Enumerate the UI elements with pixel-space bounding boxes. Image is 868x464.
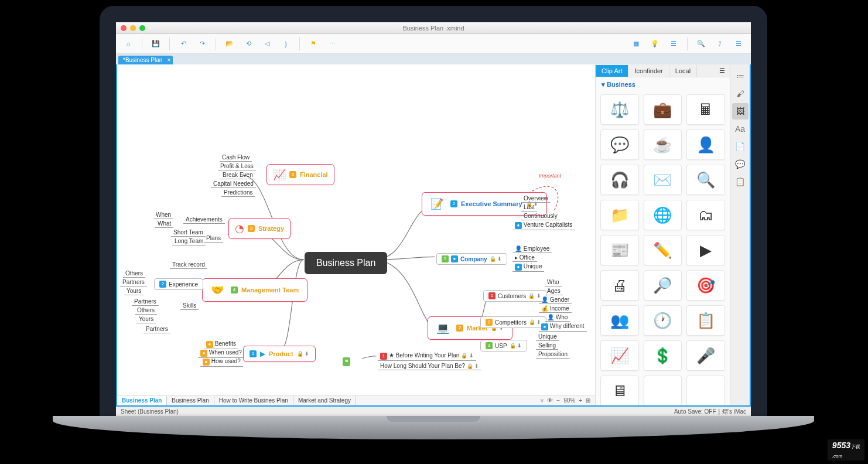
leaf[interactable]: ● Why different [539, 322, 587, 332]
sheet-tab[interactable]: Business Plan [167, 396, 214, 405]
leaf[interactable]: Unique [536, 333, 559, 341]
present-button[interactable]: ▦ [628, 36, 644, 52]
node-usp[interactable]: 3USP🔒 ⬇ [480, 340, 527, 352]
leaf[interactable]: Others [123, 269, 145, 278]
node-strategy[interactable]: ◔ 3 Strategy [228, 218, 291, 239]
clipart-item[interactable]: 📋 [686, 305, 725, 336]
leaf[interactable]: Overview [521, 195, 551, 203]
task-rail-button[interactable]: 📋 [732, 173, 749, 190]
leaf[interactable]: Yours [124, 287, 143, 295]
node-product[interactable]: 1 ▶ Product 🔒 ⬇ [243, 346, 316, 362]
clipart-item[interactable]: 🕐 [644, 305, 682, 336]
text-rail-button[interactable]: Aa [732, 121, 749, 137]
window-traffic-lights[interactable] [121, 25, 145, 31]
floating-topic[interactable]: How Long Should Your Plan Be? 🔒 ⬇ [378, 362, 481, 370]
sheet-tab[interactable]: How to Write Busines Plan [214, 396, 293, 405]
leaf[interactable]: Profit & Loss [218, 162, 256, 170]
leaf[interactable]: ● When used? [198, 349, 244, 358]
leaf[interactable]: 👤 Who [545, 313, 570, 322]
mindmap-canvas[interactable]: Business Plan 📈 5 Financial Cash Flow Pr… [117, 64, 595, 405]
clipart-section-header[interactable]: Business [596, 77, 730, 92]
home-button[interactable]: ⌂ [121, 36, 136, 52]
leaf[interactable]: Track record [170, 261, 207, 269]
leaf[interactable]: Partners [132, 298, 159, 306]
clipart-item[interactable]: 🎤 [686, 340, 725, 371]
leaf[interactable]: Partners [143, 325, 170, 333]
clipart-item[interactable]: ☕ [644, 129, 682, 160]
style-rail-button[interactable]: 🖌 [732, 86, 749, 102]
sheet-tab[interactable]: Market and Strategy [293, 396, 356, 405]
leaf[interactable]: Capital Needed [211, 180, 256, 188]
search-button[interactable]: 🔍 [693, 36, 709, 52]
clipart-item[interactable]: 🖩 [686, 94, 725, 125]
node-company[interactable]: 5● Company 🔒 ⬇ [436, 253, 507, 265]
clipart-item[interactable]: ⚖️ [600, 94, 639, 125]
toggle-panel-button[interactable]: ☰ [731, 36, 746, 52]
leaf[interactable]: Others [135, 306, 157, 315]
clipart-item[interactable]: 📈 [600, 340, 639, 371]
leaf[interactable]: ● Unique [512, 262, 544, 272]
notes-rail-button[interactable]: 📄 [732, 138, 749, 155]
node-customers[interactable]: 1Customers🔒 ⬇ [483, 290, 546, 302]
filter-icon[interactable]: ▿ [541, 397, 544, 404]
leaf[interactable]: Predictions [221, 189, 255, 197]
clipart-item[interactable]: ▶ [686, 235, 725, 265]
image-rail-button[interactable]: 🖼 [732, 103, 749, 120]
floating-topic[interactable]: 1 ★ Before Writing Your Plan 🔒 ⬇ [378, 352, 476, 361]
maximize-window-button[interactable] [139, 25, 145, 31]
leaf[interactable]: Skills [180, 302, 199, 310]
leaf[interactable]: ● Venture Capitalists [512, 221, 575, 230]
clipart-item[interactable]: 🖥 [600, 376, 639, 405]
outline-rail-button[interactable]: ≔ [732, 68, 749, 84]
node-management[interactable]: 🤝 4 Management Team [202, 278, 307, 302]
leaf[interactable]: Partners [120, 278, 147, 286]
clipart-item[interactable]: 💬 [600, 129, 639, 160]
tag-button[interactable]: ◁ [259, 36, 275, 52]
undo-button[interactable]: ↶ [176, 36, 191, 52]
clipart-item[interactable]: 📁 [600, 200, 639, 230]
fit-button[interactable]: ⊞ [586, 397, 590, 404]
idea-button[interactable]: 💡 [647, 36, 662, 52]
more-button[interactable]: ⋯ [324, 36, 340, 52]
redo-button[interactable]: ↷ [194, 36, 210, 52]
clipart-item[interactable]: 🌐 [644, 200, 682, 230]
clipart-item[interactable]: 👥 [600, 305, 639, 336]
leaf[interactable]: ▸ Office [512, 254, 537, 262]
clipart-item[interactable]: 🖨 [600, 270, 639, 301]
root-node[interactable]: Business Plan [305, 252, 387, 274]
open-button[interactable]: 📂 [222, 36, 237, 52]
clipart-item[interactable]: 🎯 [686, 270, 725, 301]
leaf[interactable]: Continuously [521, 212, 560, 220]
brace-button[interactable]: } [278, 36, 293, 52]
leaf[interactable]: 💰 Income [539, 305, 572, 313]
leaf[interactable]: Last [521, 203, 537, 211]
clipart-item[interactable] [644, 376, 682, 405]
clipart-item[interactable]: ✉️ [644, 165, 682, 195]
leaf[interactable]: Long Team [172, 237, 206, 245]
leaf[interactable]: What [155, 220, 173, 228]
clipart-item[interactable]: 📰 [600, 235, 639, 265]
leaf[interactable]: Selling [536, 342, 558, 350]
clipart-item[interactable]: 👤 [686, 129, 725, 160]
local-tab[interactable]: Local [669, 65, 697, 77]
layout-button[interactable]: ☰ [666, 36, 681, 52]
close-tab-icon[interactable]: × [167, 57, 170, 63]
leaf[interactable]: 👤 Employee [512, 245, 552, 253]
clipart-item[interactable]: 🎧 [600, 165, 639, 195]
iconfinder-tab[interactable]: Iconfinder [628, 65, 669, 77]
save-button[interactable]: 💾 [148, 36, 163, 52]
leaf[interactable]: Who [545, 278, 562, 286]
leaf[interactable]: Short Team [171, 228, 206, 237]
sheet-tab[interactable]: Business Plan [117, 396, 167, 405]
comments-rail-button[interactable]: 💬 [732, 156, 749, 172]
clipart-tab[interactable]: Clip Art [596, 65, 628, 77]
zoom-in-button[interactable]: + [579, 397, 582, 404]
leaf[interactable]: Ages [545, 287, 563, 295]
clipart-item[interactable]: ✏️ [644, 235, 682, 265]
close-window-button[interactable] [121, 25, 127, 31]
clipart-item[interactable] [686, 376, 725, 405]
leaf[interactable]: Yours [136, 315, 156, 323]
share-button[interactable]: ⤴ [712, 36, 727, 52]
clipart-item[interactable]: 💲 [644, 340, 682, 371]
leaf[interactable]: Break Even [220, 171, 255, 179]
